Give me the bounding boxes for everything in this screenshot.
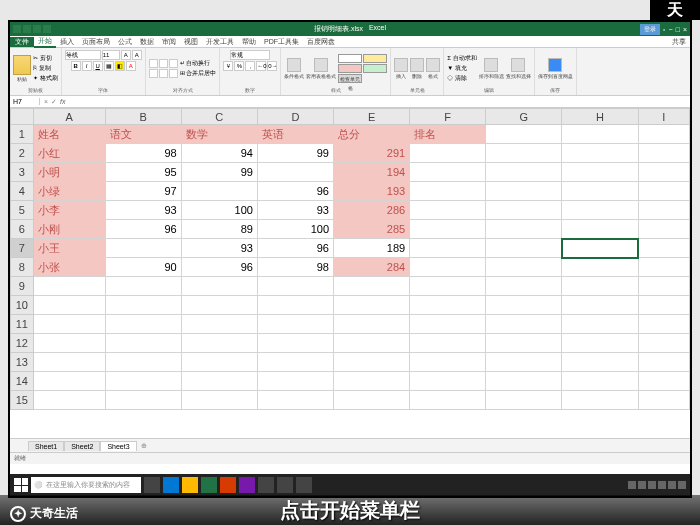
- cell[interactable]: 93: [181, 239, 257, 258]
- cell[interactable]: 小刚: [33, 220, 105, 239]
- cell[interactable]: 291: [334, 144, 410, 163]
- row-header[interactable]: 6: [11, 220, 34, 239]
- cell[interactable]: [562, 201, 638, 220]
- taskbar-search[interactable]: ⚪在这里输入你要搜索的内容: [31, 477, 141, 493]
- bold-button[interactable]: B: [71, 61, 81, 71]
- table-format-button[interactable]: 套用表格格式: [306, 58, 336, 79]
- cell[interactable]: [486, 258, 562, 277]
- cell[interactable]: [410, 182, 486, 201]
- tray-icon[interactable]: [638, 481, 646, 489]
- sheet-tab[interactable]: Sheet3: [100, 441, 136, 451]
- copy-button[interactable]: ⎘ 复制: [33, 64, 58, 73]
- cell[interactable]: 99: [257, 144, 333, 163]
- col-header-C[interactable]: C: [181, 109, 257, 125]
- row-header[interactable]: 8: [11, 258, 34, 277]
- taskbar-app[interactable]: [144, 477, 160, 493]
- taskbar-app[interactable]: [220, 477, 236, 493]
- insert-cells-button[interactable]: 插入: [394, 58, 408, 79]
- cell[interactable]: [562, 144, 638, 163]
- decrease-decimal-button[interactable]: 0→: [267, 61, 277, 71]
- cell[interactable]: [105, 239, 181, 258]
- style-swatch-good[interactable]: [363, 64, 387, 73]
- col-header-D[interactable]: D: [257, 109, 333, 125]
- cell[interactable]: [638, 144, 690, 163]
- sheet-tab[interactable]: Sheet2: [64, 441, 100, 451]
- cell[interactable]: [638, 201, 690, 220]
- format-painter-button[interactable]: ✦ 格式刷: [33, 74, 58, 83]
- cell[interactable]: [410, 239, 486, 258]
- tab-formulas[interactable]: 公式: [114, 37, 136, 47]
- maximize-icon[interactable]: □: [676, 26, 680, 33]
- cell[interactable]: [562, 163, 638, 182]
- cell[interactable]: [562, 220, 638, 239]
- cell[interactable]: [638, 239, 690, 258]
- cell[interactable]: [486, 182, 562, 201]
- increase-font-button[interactable]: A: [121, 50, 131, 60]
- cell[interactable]: 小张: [33, 258, 105, 277]
- tab-data[interactable]: 数据: [136, 37, 158, 47]
- cell[interactable]: 193: [334, 182, 410, 201]
- border-button[interactable]: ▦: [104, 61, 114, 71]
- cell[interactable]: [410, 144, 486, 163]
- find-select-button[interactable]: 查找和选择: [506, 58, 531, 79]
- select-all-corner[interactable]: [11, 109, 34, 125]
- autosave-icon[interactable]: [13, 25, 21, 33]
- enter-formula-icon[interactable]: ✓: [51, 98, 57, 106]
- cancel-formula-icon[interactable]: ×: [44, 98, 48, 106]
- tab-insert[interactable]: 插入: [56, 37, 78, 47]
- cell[interactable]: 98: [105, 144, 181, 163]
- tray-icon[interactable]: [658, 481, 666, 489]
- cell[interactable]: [257, 163, 333, 182]
- tray-icon[interactable]: [628, 481, 636, 489]
- cell[interactable]: [638, 163, 690, 182]
- cell[interactable]: [181, 182, 257, 201]
- style-swatch-normal[interactable]: [338, 54, 362, 63]
- cell[interactable]: [486, 163, 562, 182]
- row-header[interactable]: 12: [11, 334, 34, 353]
- fill-button[interactable]: ▼ 填充: [447, 64, 476, 73]
- tab-developer[interactable]: 开发工具: [202, 37, 238, 47]
- cell[interactable]: 小绿: [33, 182, 105, 201]
- tab-file[interactable]: 文件: [10, 37, 34, 47]
- taskbar-app[interactable]: [163, 477, 179, 493]
- active-cell[interactable]: [562, 239, 638, 258]
- italic-button[interactable]: I: [82, 61, 92, 71]
- row-header[interactable]: 11: [11, 315, 34, 334]
- cell[interactable]: [486, 144, 562, 163]
- col-header-H[interactable]: H: [562, 109, 638, 125]
- conditional-format-button[interactable]: 条件格式: [284, 58, 304, 79]
- percent-button[interactable]: %: [234, 61, 244, 71]
- col-header-A[interactable]: A: [33, 109, 105, 125]
- cell[interactable]: 93: [105, 201, 181, 220]
- cell[interactable]: 96: [257, 182, 333, 201]
- cell[interactable]: 90: [105, 258, 181, 277]
- cell[interactable]: [562, 258, 638, 277]
- col-header-E[interactable]: E: [334, 109, 410, 125]
- start-button[interactable]: [14, 478, 28, 492]
- cell[interactable]: 99: [181, 163, 257, 182]
- number-format-select[interactable]: [230, 50, 270, 60]
- save-icon[interactable]: [23, 25, 31, 33]
- cell[interactable]: 189: [334, 239, 410, 258]
- cell[interactable]: [486, 125, 562, 144]
- currency-button[interactable]: ¥: [223, 61, 233, 71]
- row-header[interactable]: 9: [11, 277, 34, 296]
- cell[interactable]: 小李: [33, 201, 105, 220]
- tray-icon[interactable]: [648, 481, 656, 489]
- cell[interactable]: [562, 182, 638, 201]
- paste-button[interactable]: 粘贴: [13, 55, 31, 82]
- col-header-G[interactable]: G: [486, 109, 562, 125]
- cell[interactable]: 285: [334, 220, 410, 239]
- cut-button[interactable]: ✂ 剪切: [33, 54, 58, 63]
- cell[interactable]: [638, 258, 690, 277]
- cell[interactable]: [562, 125, 638, 144]
- tray-icon[interactable]: [668, 481, 676, 489]
- cell[interactable]: 100: [181, 201, 257, 220]
- style-swatch-bad[interactable]: [363, 54, 387, 63]
- taskbar-app[interactable]: [258, 477, 274, 493]
- cell[interactable]: 96: [181, 258, 257, 277]
- autosum-button[interactable]: Σ 自动求和: [447, 54, 476, 63]
- cell[interactable]: [486, 239, 562, 258]
- tab-home[interactable]: 开始: [34, 36, 56, 48]
- cell[interactable]: 93: [257, 201, 333, 220]
